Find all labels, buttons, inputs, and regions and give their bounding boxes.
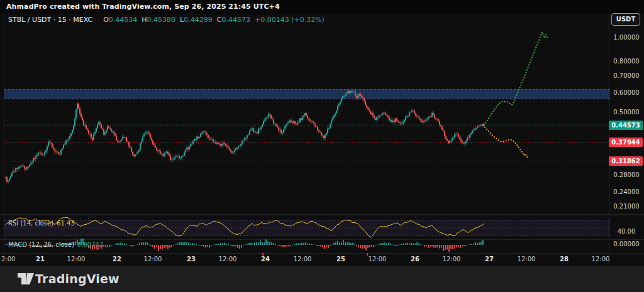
- time-axis-date-label: 24: [261, 256, 270, 262]
- price-axis-label: 0.28000: [610, 171, 643, 180]
- time-axis-label: 12:00: [443, 256, 461, 262]
- price-axis-label: 0.50000: [610, 108, 643, 117]
- low-value: 0.44299: [184, 16, 213, 24]
- time-axis-date-label: 22: [113, 256, 121, 262]
- open-label: O: [103, 16, 109, 24]
- symbol-title: STBL / USDT · 15 · MEXC: [8, 16, 92, 24]
- time-axis-label: 12:00: [518, 256, 536, 262]
- time-axis-label: 12:00: [592, 256, 610, 262]
- chart-canvas[interactable]: [0, 0, 644, 292]
- open-value: 0.44534: [109, 16, 138, 24]
- price-axis-label: 0.70000: [610, 72, 643, 80]
- rsi-label-text: RSI (14, close): [8, 220, 53, 227]
- time-axis-label: 2:00: [1, 256, 15, 262]
- current-price-badge[interactable]: 0.44573: [609, 121, 643, 130]
- watermark-text: AhmadPro created with TradingView.com, S…: [6, 3, 280, 11]
- time-axis-label: 12:00: [67, 256, 86, 262]
- tradingview-logo-icon[interactable]: [17, 273, 35, 286]
- time-axis-date-label: 27: [485, 256, 494, 262]
- supply-zone[interactable]: [4, 89, 610, 99]
- rsi-value: 61.43: [57, 220, 75, 227]
- bullish-projection-line[interactable]: [484, 32, 547, 125]
- level1-price-badge[interactable]: 0.37944: [609, 138, 643, 147]
- rsi-scale-label: 40.00: [610, 227, 643, 236]
- change-value: +0.00143 (+0.32%): [255, 16, 325, 24]
- high-label: H: [142, 16, 147, 24]
- time-axis-date-label: 23: [187, 256, 196, 262]
- watermark-bar: AhmadPro created with TradingView.com, S…: [0, 0, 644, 14]
- price-axis-label: 0.80000: [610, 57, 643, 66]
- symbol-legend[interactable]: STBL / USDT · 15 · MEXCO0.44534H0.45380L…: [8, 16, 325, 24]
- price-axis[interactable]: 1.000000.800000.700000.600000.500000.280…: [609, 14, 644, 266]
- footer-bar: TradingView: [0, 266, 644, 292]
- time-axis-label: 12:00: [294, 256, 312, 262]
- macd-indicator-label[interactable]: MACD (12, 26, close)0.00747: [8, 241, 103, 248]
- time-axis-label: 12:00: [369, 256, 387, 262]
- macd-label-text: MACD (12, 26, close): [8, 241, 74, 248]
- price-axis-label: 0.21000: [610, 202, 643, 211]
- currency-toggle-button[interactable]: USDT: [611, 13, 640, 26]
- time-axis-date-label: 21: [36, 256, 45, 262]
- tradingview-brand-text[interactable]: TradingView: [35, 266, 119, 292]
- macd-scale-label: 0.00000: [610, 240, 643, 249]
- high-value: 0.45380: [147, 16, 176, 24]
- macd-value: 0.00747: [77, 241, 103, 248]
- time-axis[interactable]: 2:002112:002212:002312:002412:002512:002…: [0, 253, 644, 266]
- time-axis-date-label: 28: [560, 256, 569, 262]
- level2-price-badge[interactable]: 0.31862: [609, 156, 643, 166]
- time-axis-date-label: 26: [411, 256, 419, 262]
- tradingview-chart-window: AhmadPro created with TradingView.com, S…: [0, 0, 644, 292]
- price-axis-label: 0.60000: [610, 89, 643, 97]
- rsi-indicator-label[interactable]: RSI (14, close)61.43: [8, 220, 75, 227]
- time-axis-label: 12:00: [144, 256, 162, 262]
- price-axis-label: 0.24000: [610, 188, 643, 197]
- time-axis-date-label: 25: [336, 256, 345, 262]
- price-axis-label: 1.00000: [610, 33, 643, 42]
- close-value: 0.44573: [221, 16, 250, 24]
- time-axis-label: 12:00: [219, 256, 237, 262]
